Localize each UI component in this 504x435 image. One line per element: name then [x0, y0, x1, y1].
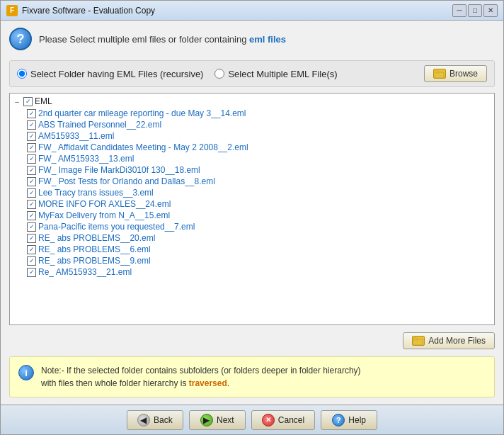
list-item[interactable]: Pana-Pacific items you requested__7.eml [10, 221, 494, 232]
back-icon: ◀ [137, 414, 150, 426]
help-button[interactable]: ? Help [321, 410, 377, 430]
note-panel: i Note:- If the selected folder contains… [9, 356, 495, 397]
file-name: RE_ abs PROBLEMS__6.eml [38, 244, 151, 254]
options-row: Select Folder having EML Files (recursiv… [9, 60, 495, 87]
file-checkbox[interactable] [27, 211, 36, 220]
window-content: ? Please Select multiple eml files or fo… [1, 21, 503, 405]
list-item[interactable]: ABS Trained Personnel__22.eml [10, 119, 494, 130]
next-label: Next [217, 415, 234, 425]
file-checkbox[interactable] [27, 177, 36, 186]
cancel-button[interactable]: ✕ Cancel [251, 410, 315, 430]
list-item[interactable]: FW_ AM515933__13.eml [10, 153, 494, 164]
folder-option[interactable]: Select Folder having EML Files (recursiv… [17, 69, 203, 79]
list-item[interactable]: RE_ abs PROBLEMS__6.eml [10, 244, 494, 255]
file-checkbox[interactable] [27, 256, 36, 266]
note-text: Note:- If the selected folder contains s… [41, 364, 361, 390]
file-name: ABS Trained Personnel__22.eml [38, 120, 161, 130]
add-more-button[interactable]: Add More Files [403, 332, 495, 349]
files-option-label: Select Multiple EML File(s) [228, 69, 337, 79]
list-item[interactable]: Re_ AM515933__21.eml [10, 266, 494, 278]
cancel-label: Cancel [278, 415, 304, 425]
file-checkbox[interactable] [27, 154, 36, 164]
main-window: F Fixvare Software - Evaluation Copy ─ □… [0, 0, 504, 435]
list-item[interactable]: FW_ Image File MarkDi3010f 130__18.eml [10, 164, 494, 176]
file-checkbox[interactable] [27, 200, 36, 209]
note-line2: with files then whole folder hierarchy i… [41, 378, 189, 388]
files-option[interactable]: Select Multiple EML File(s) [214, 69, 337, 79]
cancel-icon: ✕ [262, 414, 275, 426]
file-list-container: – EML 2nd quarter car mileage reporting … [9, 93, 495, 325]
files-radio[interactable] [214, 69, 224, 79]
browse-label: Browse [449, 69, 478, 79]
list-item[interactable]: FW_ Post Tests for Orlando and Dallas__8… [10, 176, 494, 187]
file-name: FW_ AM515933__13.eml [38, 154, 134, 164]
header-row: ? Please Select multiple eml files or fo… [9, 28, 495, 55]
list-item[interactable]: MyFax Delivery from N_A__15.eml [10, 210, 494, 221]
root-checkbox[interactable] [23, 97, 33, 106]
list-item[interactable]: 2nd quarter car mileage reporting - due … [10, 108, 494, 119]
tree-root-item[interactable]: – EML [10, 95, 494, 108]
file-name: MORE INFO FOR AXLES__24.eml [38, 199, 171, 209]
bottom-controls: Add More Files [9, 331, 495, 351]
back-label: Back [154, 415, 173, 425]
help-icon: ? [332, 414, 345, 426]
file-checkbox[interactable] [27, 222, 36, 232]
folder-option-label: Select Folder having EML Files (recursiv… [30, 69, 203, 79]
file-name: RE_ abs PROBLEMS__20.eml [38, 233, 155, 243]
window-controls: ─ □ ✕ [452, 4, 498, 17]
file-checkbox[interactable] [27, 166, 36, 175]
list-item[interactable]: RE_ abs PROBLEMS__9.eml [10, 255, 494, 266]
app-icon: F [6, 5, 18, 16]
back-button[interactable]: ◀ Back [127, 410, 183, 430]
file-name: RE_ abs PROBLEMS__9.eml [38, 256, 151, 266]
header-text: Please Select multiple eml files or fold… [39, 34, 286, 45]
note-info-icon: i [18, 365, 34, 380]
title-bar: F Fixvare Software - Evaluation Copy ─ □… [1, 1, 503, 21]
file-name: FW_ Post Tests for Orlando and Dallas__8… [38, 176, 215, 186]
folder-radio[interactable] [17, 69, 27, 79]
file-checkbox[interactable] [27, 245, 36, 254]
file-checkbox[interactable] [27, 234, 36, 243]
add-more-label: Add More Files [428, 336, 486, 346]
file-name: MyFax Delivery from N_A__15.eml [38, 210, 170, 220]
file-name: FW_ Affidavit Candidates Meeting - May 2… [38, 142, 248, 152]
file-checkbox[interactable] [27, 132, 36, 141]
file-name: Lee Tracy trans issues__3.eml [38, 188, 154, 198]
close-button[interactable]: ✕ [483, 4, 498, 17]
header-text-part1: Please Select multiple eml files or fold… [39, 34, 249, 45]
note-highlight: traversed [189, 378, 227, 388]
file-name: FW_ Image File MarkDi3010f 130__18.eml [38, 165, 200, 175]
maximize-button[interactable]: □ [468, 4, 482, 17]
window-title: Fixvare Software - Evaluation Copy [22, 6, 452, 16]
file-checkbox[interactable] [27, 188, 36, 198]
file-list-scroll[interactable]: – EML 2nd quarter car mileage reporting … [10, 94, 494, 324]
browse-button[interactable]: Browse [424, 65, 487, 82]
list-item[interactable]: AM515933__11.eml [10, 130, 494, 142]
list-item[interactable]: Lee Tracy trans issues__3.eml [10, 187, 494, 198]
file-name: Re_ AM515933__21.eml [38, 267, 132, 277]
question-icon: ? [9, 28, 32, 50]
add-folder-icon [412, 336, 425, 346]
list-item[interactable]: FW_ Affidavit Candidates Meeting - May 2… [10, 142, 494, 153]
help-label: Help [348, 415, 366, 425]
file-checkbox[interactable] [27, 109, 36, 118]
header-eml-highlight: eml files [249, 34, 286, 45]
tree-toggle-icon: – [13, 98, 21, 106]
note-line1: Note:- If the selected folder contains s… [41, 366, 361, 375]
file-checkbox[interactable] [27, 120, 36, 130]
list-item[interactable]: MORE INFO FOR AXLES__24.eml [10, 198, 494, 210]
next-button[interactable]: ▶ Next [189, 410, 246, 430]
list-item[interactable]: RE_ abs PROBLEMS__20.eml [10, 232, 494, 244]
file-name: 2nd quarter car mileage reporting - due … [38, 108, 246, 118]
file-checkbox[interactable] [27, 268, 36, 277]
root-folder-label: EML [35, 96, 52, 106]
minimize-button[interactable]: ─ [452, 4, 466, 17]
file-checkbox[interactable] [27, 143, 36, 152]
next-icon: ▶ [200, 414, 213, 426]
svg-rect-1 [435, 71, 439, 73]
file-name: AM515933__11.eml [38, 131, 114, 141]
svg-rect-3 [413, 338, 418, 340]
note-period: . [227, 378, 229, 388]
footer: ◀ Back ▶ Next ✕ Cancel ? Help [1, 405, 503, 434]
file-name: Pana-Pacific items you requested__7.eml [38, 222, 195, 232]
